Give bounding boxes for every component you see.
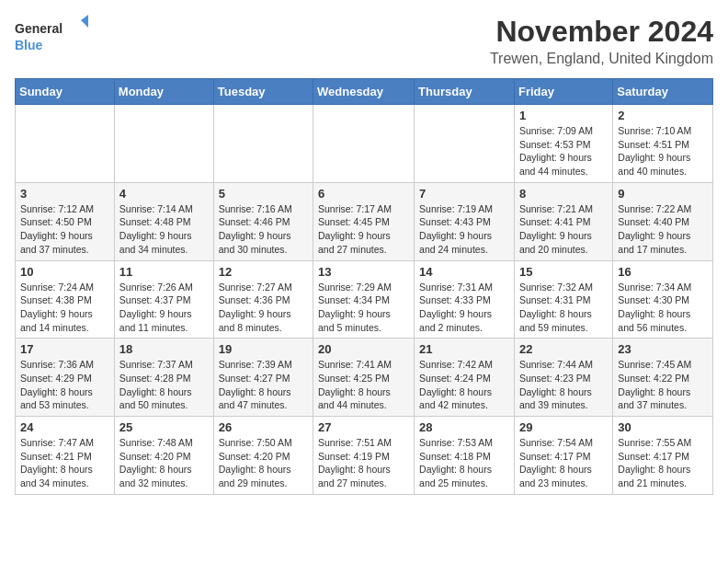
- calendar-body: 1Sunrise: 7:09 AM Sunset: 4:53 PM Daylig…: [16, 105, 713, 495]
- calendar-cell: 6Sunrise: 7:17 AM Sunset: 4:45 PM Daylig…: [313, 182, 415, 260]
- header-wednesday: Wednesday: [313, 79, 415, 105]
- title-section: November 2024 Trewen, England, United Ki…: [490, 15, 713, 67]
- day-number: 7: [419, 187, 509, 201]
- calendar-cell: 18Sunrise: 7:37 AM Sunset: 4:28 PM Dayli…: [114, 339, 213, 417]
- day-info: Sunrise: 7:47 AM Sunset: 4:21 PM Dayligh…: [20, 436, 109, 490]
- calendar-cell: 9Sunrise: 7:22 AM Sunset: 4:40 PM Daylig…: [613, 182, 713, 260]
- calendar-cell: 27Sunrise: 7:51 AM Sunset: 4:19 PM Dayli…: [313, 417, 415, 495]
- day-number: 10: [20, 265, 109, 279]
- calendar-cell: 28Sunrise: 7:53 AM Sunset: 4:18 PM Dayli…: [415, 417, 515, 495]
- calendar-cell: 5Sunrise: 7:16 AM Sunset: 4:46 PM Daylig…: [213, 182, 313, 260]
- day-number: 15: [519, 265, 608, 279]
- day-number: 26: [219, 420, 308, 434]
- day-info: Sunrise: 7:39 AM Sunset: 4:27 PM Dayligh…: [219, 358, 308, 412]
- day-info: Sunrise: 7:16 AM Sunset: 4:46 PM Dayligh…: [219, 202, 308, 257]
- day-number: 11: [119, 265, 209, 279]
- calendar-cell: 22Sunrise: 7:44 AM Sunset: 4:23 PM Dayli…: [514, 339, 612, 417]
- day-info: Sunrise: 7:51 AM Sunset: 4:19 PM Dayligh…: [318, 436, 409, 490]
- header-tuesday: Tuesday: [213, 79, 313, 105]
- day-number: 12: [219, 265, 308, 279]
- day-info: Sunrise: 7:53 AM Sunset: 4:18 PM Dayligh…: [419, 436, 509, 490]
- day-info: Sunrise: 7:37 AM Sunset: 4:28 PM Dayligh…: [119, 358, 209, 412]
- calendar-cell: 17Sunrise: 7:36 AM Sunset: 4:29 PM Dayli…: [16, 339, 115, 417]
- day-info: Sunrise: 7:45 AM Sunset: 4:22 PM Dayligh…: [618, 358, 708, 412]
- calendar-cell: 13Sunrise: 7:29 AM Sunset: 4:34 PM Dayli…: [313, 260, 415, 339]
- day-info: Sunrise: 7:27 AM Sunset: 4:36 PM Dayligh…: [219, 281, 308, 335]
- calendar-cell: 14Sunrise: 7:31 AM Sunset: 4:33 PM Dayli…: [415, 260, 515, 339]
- calendar-cell: 4Sunrise: 7:14 AM Sunset: 4:48 PM Daylig…: [114, 182, 213, 260]
- calendar-cell: [16, 105, 115, 183]
- day-number: 5: [219, 187, 308, 201]
- header-row: Sunday Monday Tuesday Wednesday Thursday…: [16, 79, 713, 105]
- location-subtitle: Trewen, England, United Kingdom: [490, 51, 713, 67]
- calendar-week-4: 17Sunrise: 7:36 AM Sunset: 4:29 PM Dayli…: [16, 339, 713, 417]
- day-number: 22: [519, 342, 608, 356]
- header-sunday: Sunday: [16, 79, 115, 105]
- calendar-cell: 20Sunrise: 7:41 AM Sunset: 4:25 PM Dayli…: [313, 339, 415, 417]
- day-info: Sunrise: 7:44 AM Sunset: 4:23 PM Dayligh…: [519, 358, 608, 412]
- calendar-cell: 8Sunrise: 7:21 AM Sunset: 4:41 PM Daylig…: [514, 182, 612, 260]
- day-info: Sunrise: 7:17 AM Sunset: 4:45 PM Dayligh…: [318, 202, 409, 257]
- calendar-week-2: 3Sunrise: 7:12 AM Sunset: 4:50 PM Daylig…: [16, 182, 713, 260]
- day-number: 14: [419, 265, 509, 279]
- calendar-cell: 16Sunrise: 7:34 AM Sunset: 4:30 PM Dayli…: [613, 260, 713, 339]
- day-number: 18: [119, 342, 209, 356]
- day-info: Sunrise: 7:54 AM Sunset: 4:17 PM Dayligh…: [519, 436, 608, 490]
- calendar-header: Sunday Monday Tuesday Wednesday Thursday…: [16, 79, 713, 105]
- calendar-table: Sunday Monday Tuesday Wednesday Thursday…: [15, 78, 713, 495]
- calendar-cell: 11Sunrise: 7:26 AM Sunset: 4:37 PM Dayli…: [114, 260, 213, 339]
- day-number: 2: [618, 109, 708, 122]
- day-info: Sunrise: 7:19 AM Sunset: 4:43 PM Dayligh…: [419, 202, 509, 257]
- calendar-cell: 12Sunrise: 7:27 AM Sunset: 4:36 PM Dayli…: [213, 260, 313, 339]
- logo: General Blue: [15, 15, 88, 56]
- calendar-cell: 10Sunrise: 7:24 AM Sunset: 4:38 PM Dayli…: [16, 260, 115, 339]
- day-info: Sunrise: 7:55 AM Sunset: 4:17 PM Dayligh…: [618, 436, 708, 490]
- svg-text:General: General: [15, 21, 63, 36]
- day-info: Sunrise: 7:42 AM Sunset: 4:24 PM Dayligh…: [419, 358, 509, 412]
- day-number: 21: [419, 342, 509, 356]
- header-thursday: Thursday: [415, 79, 515, 105]
- day-info: Sunrise: 7:36 AM Sunset: 4:29 PM Dayligh…: [20, 358, 109, 412]
- calendar-cell: [114, 105, 213, 183]
- svg-text:Blue: Blue: [15, 38, 43, 52]
- calendar-cell: [415, 105, 515, 183]
- day-info: Sunrise: 7:26 AM Sunset: 4:37 PM Dayligh…: [119, 281, 209, 335]
- day-info: Sunrise: 7:29 AM Sunset: 4:34 PM Dayligh…: [318, 281, 409, 335]
- calendar-cell: 3Sunrise: 7:12 AM Sunset: 4:50 PM Daylig…: [16, 182, 115, 260]
- day-info: Sunrise: 7:14 AM Sunset: 4:48 PM Dayligh…: [119, 202, 209, 257]
- header-saturday: Saturday: [613, 79, 713, 105]
- month-title: November 2024: [490, 15, 713, 49]
- day-number: 29: [519, 420, 608, 434]
- calendar-cell: [213, 105, 313, 183]
- calendar-week-5: 24Sunrise: 7:47 AM Sunset: 4:21 PM Dayli…: [16, 417, 713, 495]
- calendar-cell: 15Sunrise: 7:32 AM Sunset: 4:31 PM Dayli…: [514, 260, 612, 339]
- calendar-week-1: 1Sunrise: 7:09 AM Sunset: 4:53 PM Daylig…: [16, 105, 713, 183]
- day-info: Sunrise: 7:12 AM Sunset: 4:50 PM Dayligh…: [20, 202, 109, 257]
- svg-marker-2: [81, 15, 88, 28]
- header-monday: Monday: [114, 79, 213, 105]
- calendar-cell: 25Sunrise: 7:48 AM Sunset: 4:20 PM Dayli…: [114, 417, 213, 495]
- day-number: 25: [119, 420, 209, 434]
- day-info: Sunrise: 7:22 AM Sunset: 4:40 PM Dayligh…: [618, 202, 708, 257]
- day-info: Sunrise: 7:31 AM Sunset: 4:33 PM Dayligh…: [419, 281, 509, 335]
- calendar-cell: [313, 105, 415, 183]
- day-number: 13: [318, 265, 409, 279]
- header-friday: Friday: [514, 79, 612, 105]
- day-info: Sunrise: 7:21 AM Sunset: 4:41 PM Dayligh…: [519, 202, 608, 257]
- page-header: General Blue November 2024 Trewen, Engla…: [15, 15, 713, 67]
- calendar-cell: 29Sunrise: 7:54 AM Sunset: 4:17 PM Dayli…: [514, 417, 612, 495]
- day-info: Sunrise: 7:24 AM Sunset: 4:38 PM Dayligh…: [20, 281, 109, 335]
- day-number: 3: [20, 187, 109, 201]
- day-number: 16: [618, 265, 708, 279]
- day-number: 8: [519, 187, 608, 201]
- day-info: Sunrise: 7:34 AM Sunset: 4:30 PM Dayligh…: [618, 281, 708, 335]
- day-info: Sunrise: 7:50 AM Sunset: 4:20 PM Dayligh…: [219, 436, 308, 490]
- day-number: 28: [419, 420, 509, 434]
- day-info: Sunrise: 7:32 AM Sunset: 4:31 PM Dayligh…: [519, 281, 608, 335]
- day-info: Sunrise: 7:41 AM Sunset: 4:25 PM Dayligh…: [318, 358, 409, 412]
- day-number: 24: [20, 420, 109, 434]
- day-number: 27: [318, 420, 409, 434]
- day-number: 4: [119, 187, 209, 201]
- day-number: 19: [219, 342, 308, 356]
- calendar-cell: 21Sunrise: 7:42 AM Sunset: 4:24 PM Dayli…: [415, 339, 515, 417]
